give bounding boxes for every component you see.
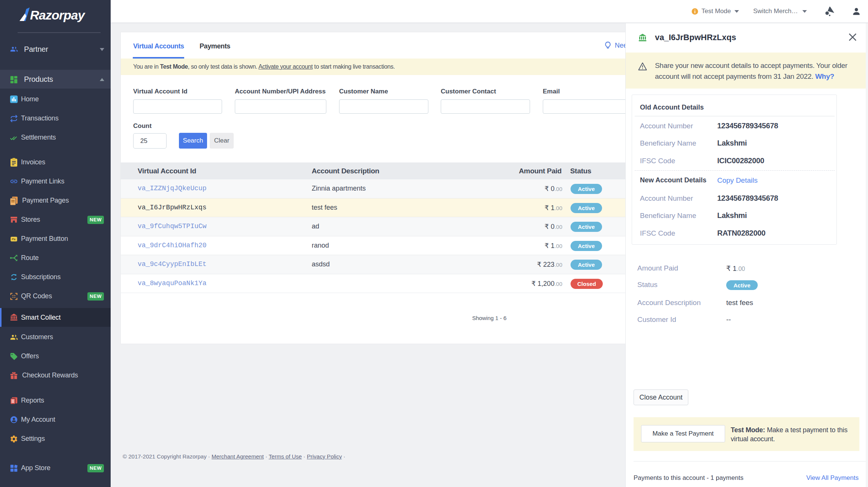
svg-text:Razorpay: Razorpay — [30, 8, 86, 22]
svg-text:Pa: Pa — [12, 237, 16, 241]
